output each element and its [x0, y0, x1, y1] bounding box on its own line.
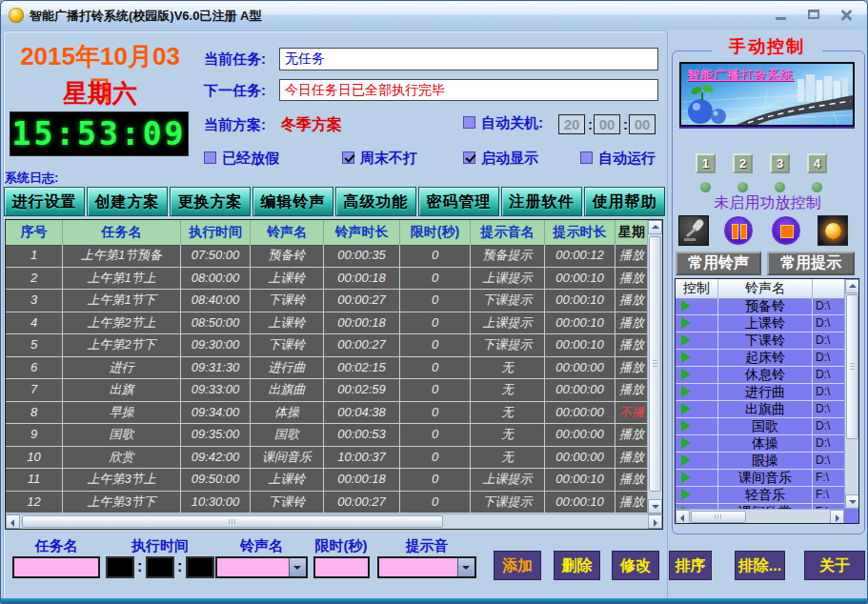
menu-button[interactable]: 使用帮助 [584, 187, 665, 216]
table-horizontal-scrollbar[interactable] [6, 513, 662, 529]
bell-control-cell[interactable] [676, 332, 718, 349]
stop-button[interactable] [771, 215, 801, 246]
play-icon[interactable] [681, 454, 691, 466]
menu-button[interactable]: 进行设置 [4, 187, 85, 216]
task-row[interactable]: 6进行09:31:30进行曲00:02:150无00:00:00播放 [6, 357, 648, 380]
scroll-down-icon[interactable] [845, 494, 859, 509]
play-icon[interactable] [681, 300, 691, 312]
action-button[interactable]: 排除... [735, 551, 785, 580]
task-row[interactable]: 4上午第2节上08:50:00上课铃00:00:180上课提示00:00:10播… [6, 312, 648, 335]
play-icon[interactable] [681, 369, 691, 380]
checkbox[interactable] [342, 151, 354, 164]
channel-button[interactable]: 2 [733, 153, 753, 173]
play-icon[interactable] [681, 420, 691, 432]
pause-button[interactable] [723, 215, 754, 246]
bell-list-row[interactable]: 上课铃D:\ [676, 315, 844, 332]
play-icon[interactable] [681, 472, 691, 483]
common-prompts-button[interactable]: 常用提示 [767, 252, 855, 275]
action-button[interactable]: 添加 [494, 551, 541, 580]
glow-ball-button[interactable] [818, 215, 848, 246]
column-header[interactable]: 提示音名 [471, 220, 545, 245]
bell-control-cell[interactable] [676, 470, 718, 486]
task-row[interactable]: 3上午第1节下08:40:00下课铃00:00:270下课提示00:00:10播… [6, 290, 648, 312]
maximize-icon[interactable] [806, 9, 821, 21]
column-header[interactable]: 任务名 [63, 220, 181, 245]
bell-list-vertical-scrollbar[interactable] [844, 279, 858, 509]
scroll-right-icon[interactable] [648, 514, 662, 529]
scroll-right-icon[interactable] [830, 510, 844, 524]
vertical-scroll-thumb[interactable] [649, 236, 661, 492]
bell-list-horizontal-scrollbar[interactable] [676, 509, 844, 523]
auto-shutdown-checkbox[interactable] [463, 116, 475, 129]
scroll-left-icon[interactable] [676, 510, 690, 524]
bell-list-row[interactable]: 预备铃D:\ [676, 298, 844, 315]
scroll-down-icon[interactable] [648, 499, 662, 513]
common-bells-button[interactable]: 常用铃声 [676, 252, 761, 275]
checkbox[interactable] [463, 151, 475, 164]
task-row[interactable]: 10欣赏09:42:00课间音乐10:00:370无00:00:00播放 [6, 447, 648, 470]
scroll-up-icon[interactable] [845, 279, 859, 293]
task-row[interactable]: 1上午第1节预备07:50:00预备铃00:00:350预备提示00:00:12… [6, 245, 648, 268]
column-header[interactable]: 铃声名 [251, 220, 324, 245]
bell-control-cell[interactable] [676, 418, 718, 434]
bell-control-cell[interactable] [676, 350, 718, 366]
action-button[interactable]: 修改 [612, 551, 659, 580]
menu-button[interactable]: 编辑铃声 [252, 187, 333, 216]
play-icon[interactable] [681, 352, 691, 363]
table-vertical-scrollbar[interactable] [647, 220, 662, 513]
scroll-up-icon[interactable] [648, 220, 662, 234]
menu-button[interactable]: 高级功能 [335, 187, 416, 216]
shutdown-second-field[interactable]: 00 [629, 114, 656, 134]
column-header[interactable]: 执行时间 [181, 220, 251, 245]
bell-control-cell[interactable] [676, 384, 718, 400]
bell-list-row[interactable]: 休息铃D:\ [676, 367, 844, 384]
column-header[interactable]: 铃声时长 [324, 220, 400, 245]
channel-button[interactable]: 3 [770, 153, 790, 173]
bell-control-cell[interactable] [676, 435, 718, 452]
menu-button[interactable]: 密码管理 [418, 187, 499, 216]
vertical-scroll-thumb[interactable] [846, 294, 858, 439]
scroll-left-icon[interactable] [6, 514, 20, 529]
bell-list-row[interactable]: 国歌D:\ [676, 418, 844, 435]
task-row[interactable]: 11上午第3节上09:50:00上课铃00:00:180上课提示00:00:10… [6, 469, 648, 492]
checkbox[interactable] [204, 151, 216, 164]
task-row[interactable]: 7出旗09:33:00出旗曲00:02:590无00:00:00播放 [6, 379, 648, 402]
bell-control-cell[interactable] [676, 315, 718, 332]
bell-list-row[interactable]: 课间音乐F:\ [676, 470, 844, 487]
menu-button[interactable]: 创建方案 [87, 187, 168, 216]
play-icon[interactable] [681, 317, 691, 329]
control-column-header[interactable]: 控制 [676, 279, 718, 298]
column-header[interactable]: 星期 [616, 220, 648, 245]
horizontal-scroll-thumb[interactable] [691, 511, 746, 523]
play-icon[interactable] [681, 403, 691, 414]
bell-list-row[interactable]: 体操D:\ [676, 435, 844, 453]
bell-list-row[interactable]: 轻音乐F:\ [676, 487, 844, 504]
column-header[interactable]: 限时(秒) [400, 220, 471, 245]
shutdown-hour-field[interactable]: 20 [558, 114, 585, 134]
play-icon[interactable] [681, 334, 691, 346]
action-button[interactable]: 排序 [669, 551, 712, 580]
path-column-header[interactable] [813, 279, 843, 298]
bell-list-row[interactable]: 下课铃D:\ [676, 332, 844, 350]
channel-button[interactable]: 4 [807, 153, 827, 173]
task-row[interactable]: 12上午第3节下10:30:00下课铃00:00:270下课提示00:00:10… [6, 492, 648, 514]
microphone-button[interactable] [678, 215, 709, 246]
shutdown-minute-field[interactable]: 00 [594, 114, 620, 134]
horizontal-scroll-thumb[interactable] [22, 515, 443, 528]
bell-list-row[interactable]: 进行曲D:\ [676, 384, 844, 401]
task-row[interactable]: 8早操09:34:00体操00:04:380无00:00:00不播 [6, 402, 648, 425]
task-row[interactable]: 2上午第1节上08:00:00上课铃00:00:180上课提示00:00:10播… [6, 268, 648, 291]
bell-list-row[interactable]: 出旗曲D:\ [676, 401, 844, 418]
bell-control-cell[interactable] [676, 453, 718, 469]
channel-button[interactable]: 1 [696, 153, 716, 173]
minimize-icon[interactable] [774, 9, 789, 21]
task-row[interactable]: 5上午第2节下09:30:00下课铃00:00:270下课提示00:00:10播… [6, 334, 648, 357]
column-header[interactable]: 序号 [6, 220, 63, 245]
play-icon[interactable] [681, 386, 691, 397]
menu-button[interactable]: 注册软件 [501, 187, 582, 216]
column-header[interactable]: 提示时长 [545, 220, 616, 245]
task-row[interactable]: 9国歌09:35:00国歌00:00:530无00:00:00播放 [6, 424, 648, 447]
bell-name-column-header[interactable]: 铃声名 [718, 279, 813, 298]
action-button[interactable]: 删除 [554, 551, 600, 580]
checkbox[interactable] [580, 151, 593, 164]
